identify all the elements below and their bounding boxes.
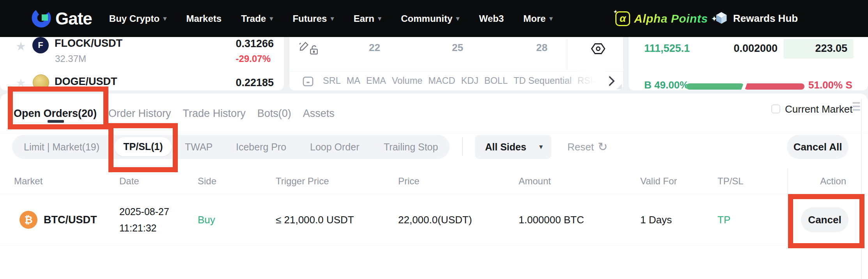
chevron-right-icon[interactable] [606, 75, 616, 88]
top-nav: Gate Buy Crypto▼ Markets Trade▼ Futures▼… [0, 0, 868, 37]
header-action: Action [820, 176, 846, 187]
buy-ratio-label: B 49.00% [644, 79, 689, 90]
nav-community[interactable]: Community▼ [401, 13, 459, 24]
chart-panel: 22 25 28 SRL MA EMA Volume MACD KDJ BOLL… [289, 37, 623, 90]
sell-ratio-label: 51.00% S [808, 79, 852, 90]
indicator-ema[interactable]: EMA [366, 76, 386, 86]
subtab-trailing-stop[interactable]: Trailing Stop [384, 135, 438, 159]
pair-price: 0.31266 [236, 38, 274, 50]
chevron-down-icon: ▼ [539, 145, 543, 149]
gate-logo[interactable]: Gate [31, 8, 92, 30]
cell-trigger-price: ≤ 21,000.0 USDT [276, 214, 354, 226]
header-trigger-price: Trigger Price [276, 176, 329, 187]
x-axis-tick: 25 [452, 42, 463, 54]
orderbook-panel: 111,525.1 0.002000 223.05 B 49.00% 51.00… [629, 37, 868, 90]
active-tab-indicator [48, 120, 64, 123]
nav-futures[interactable]: Futures▼ [292, 13, 334, 24]
gift-box-icon [714, 11, 728, 26]
tab-open-orders[interactable]: Open Orders(20) [14, 108, 97, 120]
all-sides-dropdown[interactable]: All Sides ▼ [475, 135, 551, 159]
list-menu-icon[interactable] [852, 102, 860, 113]
header-side: Side [198, 176, 216, 187]
cell-date: 2025-08-27 11:21:32 [119, 203, 169, 236]
indicator-rsi[interactable]: RSI-S-I [577, 76, 605, 86]
indicator-ma[interactable]: MA [347, 76, 360, 86]
pair-change: -29.07% [236, 53, 271, 64]
x-axis-tick: 28 [536, 42, 547, 54]
orderbook-amount: 0.002000 [733, 42, 778, 55]
orders-panel: Open Orders(20) Order History Trade Hist… [0, 94, 868, 279]
tab-trade-history[interactable]: Trade History [183, 108, 246, 120]
sell-ratio-fill [744, 83, 804, 90]
cancel-all-button[interactable]: Cancel All [787, 135, 849, 159]
rewards-hub-label: Rewards Hub [733, 12, 798, 25]
buy-sell-ratio-bar [686, 83, 804, 90]
nav-earn[interactable]: Earn▼ [354, 13, 382, 24]
header-valid-for: Valid For [640, 176, 677, 187]
current-market-label: Current Market [785, 103, 852, 115]
subtab-tp-sl[interactable]: TP/SL(1) [115, 137, 172, 156]
tab-bots[interactable]: Bots(0) [257, 108, 291, 120]
refresh-icon: ↻ [598, 141, 608, 153]
candle-settings-icon[interactable] [590, 41, 606, 58]
chevron-down-icon: ▼ [269, 16, 273, 21]
main-nav-items: Buy Crypto▼ Markets Trade▼ Futures▼ Earn… [109, 13, 553, 24]
tab-assets[interactable]: Assets [303, 108, 335, 120]
market-list-panel: ★ F FLOCK/USDT 32.37M 0.31266 -29.07% ★ … [0, 37, 284, 90]
alpha-points-icon: ✦ α [615, 11, 630, 26]
btc-coin-icon: ₿ [19, 211, 37, 229]
calendar-icon[interactable] [301, 74, 315, 89]
indicator-macd[interactable]: MACD [428, 76, 455, 86]
alpha-points-link[interactable]: ✦ α Alpha Points ✦ [615, 0, 717, 37]
orderbook-price: 111,525.1 [644, 42, 690, 55]
sparkle-icon: ✦ [613, 9, 617, 15]
indicator-kdj[interactable]: KDJ [461, 76, 478, 86]
subtab-twap[interactable]: TWAP [185, 135, 213, 159]
cell-amount: 1.000000 BTC [519, 214, 584, 226]
cell-tp-sl: TP [717, 214, 730, 226]
pair-price: 0.22185 [236, 77, 274, 89]
orders-table-header: Market Date Side Trigger Price Price Amo… [0, 168, 868, 194]
cell-valid-for: 1 Days [640, 214, 672, 226]
subtab-limit-market[interactable]: Limit | Market(19) [24, 135, 99, 159]
alpha-points-label: Alpha Points [634, 12, 708, 25]
tab-order-history[interactable]: Order History [108, 108, 171, 120]
reset-button[interactable]: Reset ↻ [567, 135, 608, 159]
nav-buy-crypto[interactable]: Buy Crypto▼ [109, 13, 167, 24]
indicator-srl[interactable]: SRL [323, 76, 341, 86]
divider [567, 39, 567, 70]
nav-trade[interactable]: Trade▼ [241, 13, 273, 24]
favorite-star-icon[interactable]: ★ [16, 76, 26, 90]
chevron-down-icon: ▼ [456, 16, 459, 21]
indicator-boll[interactable]: BOLL [484, 76, 508, 86]
cancel-order-button[interactable]: Cancel [801, 207, 849, 232]
pair-label: DOGE/USDT [55, 76, 117, 88]
nav-markets[interactable]: Markets [186, 13, 221, 24]
chevron-down-icon: ▼ [163, 16, 167, 21]
chevron-down-icon: ▼ [549, 16, 553, 21]
subtab-loop-order[interactable]: Loop Order [310, 135, 359, 159]
cell-market: BTC/USDT [44, 214, 97, 226]
unlock-icon[interactable] [308, 44, 320, 57]
nav-more[interactable]: More▼ [523, 13, 553, 24]
divider [462, 137, 463, 156]
subtab-iceberg-pro[interactable]: Iceberg Pro [236, 135, 286, 159]
indicator-volume[interactable]: Volume [392, 76, 422, 86]
cell-price: 22,000.0(USDT) [398, 214, 472, 226]
current-market-checkbox[interactable] [771, 104, 780, 113]
header-market: Market [14, 176, 43, 187]
doge-coin-icon [33, 74, 49, 90]
buy-ratio-fill [686, 83, 744, 90]
flock-coin-icon: F [32, 37, 49, 53]
chevron-down-icon: ▼ [378, 16, 381, 21]
gate-logo-icon [31, 8, 51, 30]
indicator-td-sequential[interactable]: TD Sequential [514, 76, 572, 86]
header-amount: Amount [519, 176, 551, 187]
favorite-star-icon[interactable]: ★ [16, 39, 26, 53]
order-type-subtabs: Limit | Market(19) TP/SL(1) TWAP Iceberg… [12, 135, 450, 159]
orders-tab-row: Open Orders(20) Order History Trade Hist… [0, 94, 868, 133]
rewards-hub-link[interactable]: Rewards Hub [714, 0, 798, 37]
resize-grip[interactable] [616, 84, 622, 89]
cell-side: Buy [198, 214, 215, 226]
nav-web3[interactable]: Web3 [479, 13, 504, 24]
